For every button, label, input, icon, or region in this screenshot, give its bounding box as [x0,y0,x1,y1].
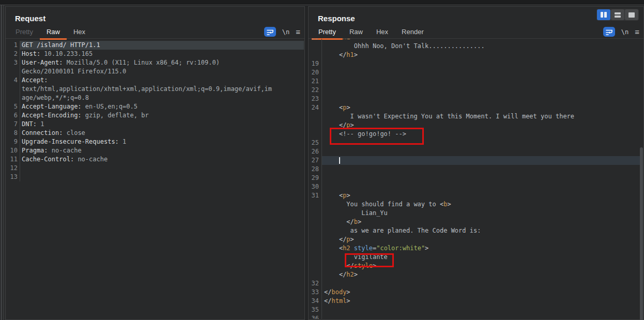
code-line[interactable]: text/html,application/xhtml+xml,applicat… [6,85,304,94]
code-line[interactable]: Ohhh Noo, Don't Talk............... [309,42,643,51]
code-line[interactable]: 4Accept: [6,76,304,85]
tab-hex[interactable]: Hex [67,25,92,40]
line-number [309,218,322,226]
code-line[interactable]: 1GET /island/ HTTP/1.1 [6,41,304,50]
code-line[interactable]: 26 [309,147,643,156]
code-line[interactable]: </style> [309,262,643,270]
code-line[interactable]: </p> [309,121,643,130]
code-line[interactable]: 8Connection: close [6,129,304,138]
code-line[interactable]: 36 [309,314,643,319]
code-line[interactable]: 13 [6,173,304,181]
code-line[interactable]: 31 <p> [309,191,643,200]
code-line[interactable]: 9Upgrade-Insecure-Requests: 1 [6,138,304,146]
code-line[interactable]: 12 [6,164,304,173]
tab-raw[interactable]: Raw [40,25,67,40]
code-line[interactable]: 10Pragma: no-cache [6,146,304,155]
code-line[interactable]: 24 <p> [309,103,643,112]
code-line[interactable]: </h2> [309,270,643,279]
request-panel: Request PrettyRawHex \n ≡ 1GET /island/ … [5,6,305,320]
code-line[interactable]: I wasn't Expecting You at this Moment. I… [309,112,643,121]
code-text [322,77,643,86]
response-scrollbar[interactable] [639,141,643,320]
tab-pretty[interactable]: Pretty [312,25,343,40]
code-line[interactable]: </b> [309,218,643,226]
code-text: Accept-Encoding: gzip, deflate, br [20,111,304,120]
editor-menu-icon[interactable]: ≡ [635,29,639,35]
split-columns-button[interactable] [597,9,610,20]
request-editor[interactable]: 1GET /island/ HTTP/1.12Host: 10.10.233.1… [6,39,304,319]
code-text: I wasn't Expecting You at this Moment. I… [322,112,643,121]
code-line[interactable]: 29 [309,174,643,182]
code-line[interactable]: 21 [309,77,643,86]
soft-wrap-toggle[interactable] [603,27,615,37]
code-line[interactable]: 25 [309,139,643,147]
editor-menu-icon[interactable]: ≡ [296,29,300,35]
code-line[interactable]: 30 [309,182,643,191]
line-number [309,270,322,279]
newline-toggle[interactable]: \n [282,28,289,36]
code-line[interactable]: You should find a way to <b> [309,200,643,209]
code-line[interactable]: 2Host: 10.10.233.165 [6,50,304,58]
code-line[interactable]: 19 [309,59,643,68]
code-line[interactable]: 3User-Agent: Mozilla/5.0 (X11; Linux x86… [6,58,304,67]
newline-toggle[interactable]: \n [621,28,628,36]
code-text: Gecko/20100101 Firefox/115.0 [20,67,304,76]
code-text [322,95,643,103]
line-number: 2 [6,50,20,58]
code-line[interactable]: 27 [309,156,643,165]
code-line[interactable]: </h1> [309,51,643,59]
scrollbar-thumb[interactable] [640,147,643,320]
code-text: User-Agent: Mozilla/5.0 (X11; Linux x86_… [20,58,304,67]
code-line[interactable]: 35 [309,306,643,314]
code-line[interactable]: 6Accept-Encoding: gzip, deflate, br [6,111,304,120]
code-text: <p> [322,103,643,112]
code-line[interactable]: vigilante [309,253,643,262]
line-number [309,112,322,121]
code-line[interactable]: </p> [309,235,643,244]
code-line[interactable]: age/webp,*/*;q=0.8 [6,94,304,102]
single-view-button[interactable] [625,9,638,20]
code-line[interactable]: 23 [309,95,643,103]
code-line[interactable]: 5Accept-Language: en-US,en;q=0.5 [6,102,304,111]
code-text: </p> [322,235,643,244]
code-line[interactable]: 11Cache-Control: no-cache [6,155,304,164]
tab-raw[interactable]: Raw [343,25,370,40]
code-line[interactable]: 33</body> [309,288,643,297]
tab-pretty[interactable]: Pretty [9,25,40,40]
tab-render[interactable]: Render [395,25,431,40]
line-number: 6 [6,111,20,120]
line-number: 4 [6,76,20,85]
code-line[interactable]: <!-- go!go!go! --> [309,130,643,139]
code-text: </p> [322,121,643,130]
code-line[interactable]: 34</html> [309,297,643,306]
line-number: 12 [6,164,20,173]
code-line[interactable]: Gecko/20100101 Firefox/115.0 [6,67,304,76]
line-number: 28 [309,165,322,174]
code-line[interactable]: 22 [309,86,643,95]
code-text: DNT: 1 [20,120,304,129]
code-line[interactable]: Lian_Yu [309,209,643,218]
split-rows-button[interactable] [611,9,624,20]
code-text: </html> [322,297,643,306]
code-text [322,174,643,182]
line-number [309,209,322,218]
code-line[interactable]: as we are planed. The Code Word is: [309,226,643,235]
code-line[interactable]: 7DNT: 1 [6,120,304,129]
soft-wrap-toggle[interactable] [264,27,276,37]
line-number: 9 [6,138,20,146]
code-text: as we are planed. The Code Word is: [322,226,643,235]
line-number: 29 [309,174,322,182]
line-number: 3 [6,58,20,67]
response-editor[interactable]: 18 <h1> Ohhh Noo, Don't Talk............… [309,39,643,319]
line-number: 27 [309,156,322,165]
line-number: 7 [6,120,20,129]
response-editor-tools: \n ≡ [603,27,639,37]
code-line[interactable]: 20 [309,68,643,77]
code-line[interactable]: <h2 style="color:white"> [309,244,643,253]
code-text [322,68,643,77]
tab-hex[interactable]: Hex [370,25,395,40]
window-left-strip [0,5,5,320]
code-text: Accept: [20,76,304,85]
code-line[interactable]: 28 [309,165,643,174]
code-line[interactable]: 32 [309,279,643,288]
